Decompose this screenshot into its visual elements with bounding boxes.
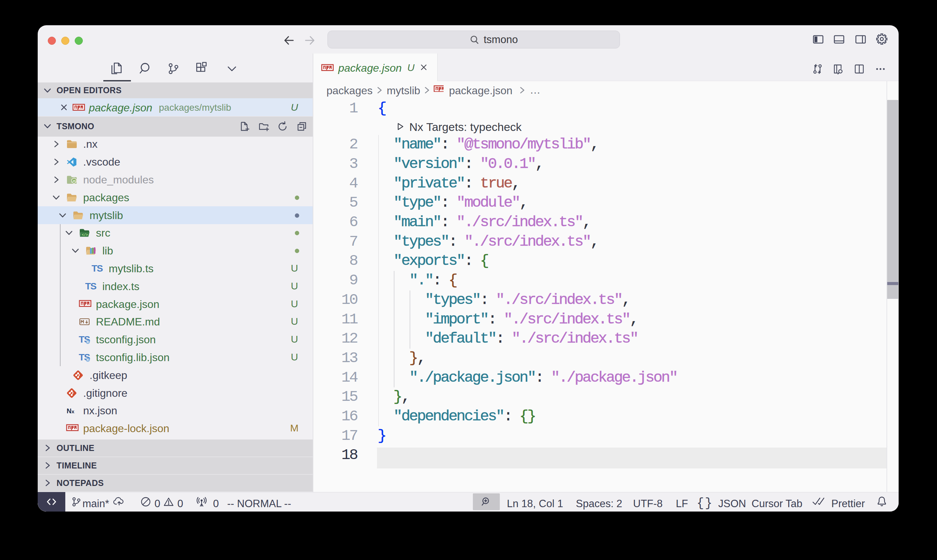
svg-text:JS: JS bbox=[72, 179, 76, 183]
svg-text:TS: TS bbox=[85, 281, 97, 291]
svg-text:</>: </> bbox=[82, 233, 88, 237]
svg-text:Nx: Nx bbox=[67, 407, 74, 415]
svg-text:TS: TS bbox=[92, 263, 103, 274]
